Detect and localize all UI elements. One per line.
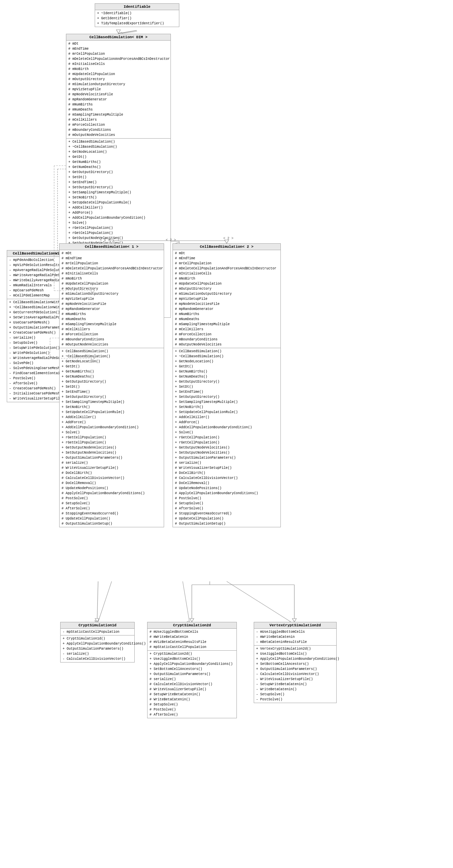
cbs-dim-title: CellBasedSimulation< DIM > — [66, 34, 171, 41]
vertex-crypt-sim-2d-box: VertexCryptSimulation2d - mUseJiggledBot… — [254, 622, 337, 703]
crypt-sim-1d-methods: + CryptSimulation1d() + ApplyCellPopulat… — [61, 635, 134, 662]
svg-marker-35 — [292, 619, 296, 622]
cbs-1-methods: + CellBasedSimulation() + ~CellBasedSimu… — [60, 348, 164, 527]
svg-line-18 — [118, 30, 137, 33]
svg-marker-29 — [95, 619, 99, 622]
svg-marker-25 — [225, 240, 229, 243]
svg-line-28 — [97, 581, 98, 622]
cbs-1-title: CellBasedSimulation< 1 > — [60, 244, 164, 250]
identifiable-title: Identifiable — [95, 4, 179, 10]
vertex-crypt-sim-2d-methods: + VertexCryptSimulation2d() + UseJiggled… — [254, 646, 336, 703]
cbs-1-box: CellBasedSimulation< 1 > # mDt # mEndTim… — [59, 243, 164, 527]
crypt-sim-2d-methods: + CryptSimulation2d() + UseJiggledBottom… — [148, 651, 236, 718]
crypt-sim-2d-title: CryptSimulation2d — [148, 622, 236, 629]
crypt-sim-2d-box: CryptSimulation2d # mUseJiggledBottomCel… — [147, 622, 237, 718]
vertex-crypt-sim-2d-fields: - mUseJiggledBottomCells - mWriteBetaCat… — [254, 629, 336, 646]
label-1: < 1 > — [100, 238, 110, 242]
identifiable-box: Identifiable + ~Identifiable() + GetIden… — [95, 3, 179, 27]
svg-line-8 — [183, 581, 189, 622]
svg-marker-19 — [116, 30, 120, 33]
crypt-sim-1d-fields: - mpStaticCastCellPopulation — [61, 629, 134, 635]
vertex-crypt-sim-2d-title: VertexCryptSimulation2d — [254, 622, 336, 629]
cbs-2-box: CellBasedSimulation< 2 > # mDt # mEndTim… — [173, 243, 281, 527]
crypt-sim-2d-fields: # mUseJiggledBottomCells # mWriteBetaCat… — [148, 629, 236, 651]
crypt-sim-1d-box: CryptSimulation1d - mpStaticCastCellPopu… — [60, 622, 135, 662]
label-2: < 2 > — [166, 238, 176, 242]
svg-line-7 — [98, 581, 112, 622]
crypt-sim-1d-title: CryptSimulation1d — [61, 622, 134, 629]
cbs-1-fields: # mDt # mEndTime # mrCellPopulation # mD… — [60, 250, 164, 348]
svg-text:< 2 >: < 2 > — [223, 237, 233, 240]
svg-line-0 — [118, 31, 137, 34]
cbs-dim-fields: # mDt # mEndTime # mrCellPopulation # mD… — [66, 41, 171, 139]
cbs-2-title: CellBasedSimulation< 2 > — [173, 244, 280, 250]
cbs-2-methods: + CellBasedSimulation() + ~CellBasedSimu… — [173, 348, 280, 527]
identifiable-methods: + ~Identifiable() + GetIdentifier() + Ti… — [95, 10, 179, 27]
cbs-2-fields: # mDt # mEndTime # mrCellPopulation # mD… — [173, 250, 280, 348]
svg-marker-33 — [190, 619, 194, 622]
svg-line-9 — [227, 581, 291, 622]
diagram-container: Identifiable + ~Identifiable() + GetIden… — [0, 0, 453, 868]
